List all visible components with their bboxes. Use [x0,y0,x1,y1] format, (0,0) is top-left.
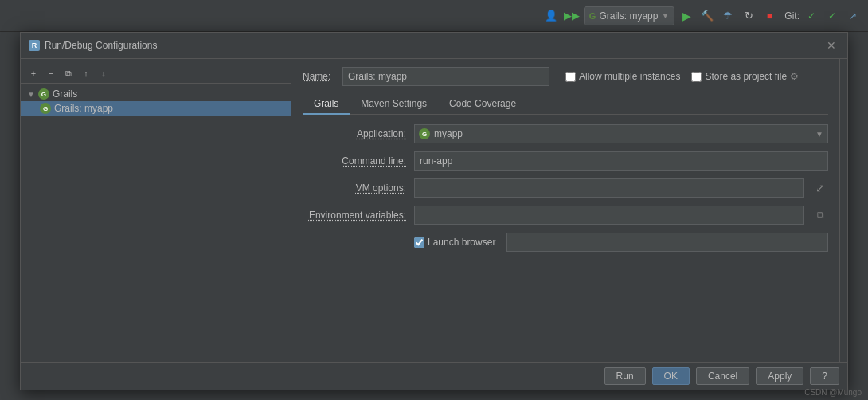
apply-button[interactable]: Apply [756,367,803,385]
git-check2-button[interactable]: ✓ [823,7,841,25]
remove-config-button[interactable]: − [43,65,59,81]
name-row: Name: Allow multiple instances Store as … [303,67,828,86]
stop-button[interactable]: ■ [760,7,778,25]
vm-options-label: VM options: [303,182,406,194]
dialog-title-left: R Run/Debug Configurations [29,40,157,51]
vm-options-input[interactable] [414,178,804,198]
tab-code-coverage[interactable]: Code Coverage [438,94,527,115]
copy-config-button[interactable]: ⧉ [61,65,76,81]
toolbar-right: 👤 ▶▶ G Grails: myapp ▼ ▶ 🔨 ☂ ↻ ■ Git: ✓ … [542,6,862,25]
config-name-label: Grails: myapp [599,10,658,22]
store-project-item: Store as project file ⚙ [691,71,799,82]
cancel-button[interactable]: Cancel [696,367,749,385]
allow-multiple-checkbox[interactable] [565,72,576,82]
name-input[interactable] [342,67,549,86]
right-scrollbar[interactable] [839,59,847,362]
profile-button[interactable]: 👤 [542,7,560,25]
left-panel: + − ⧉ ↑ ↓ ▼ G Grails G Grails: myapp [21,59,291,362]
application-label: Application: [303,128,406,139]
move-up-button[interactable]: ↑ [78,65,94,81]
profile-run-button[interactable]: ↻ [740,7,757,25]
left-toolbar: + − ⧉ ↑ ↓ [21,64,291,84]
env-variables-label: Environment variables: [303,210,406,221]
dialog-title-icon: R [29,40,40,51]
application-select-wrapper: G myapp ▼ [414,124,828,143]
run-config-selector[interactable]: G Grails: myapp ▼ [584,6,675,25]
launch-browser-url-input[interactable] [506,233,828,252]
vm-options-row: VM options: ⤢ [303,178,828,198]
tree-collapse-arrow: ▼ [27,90,35,99]
tree-item-label: Grails: myapp [54,103,113,114]
allow-multiple-item: Allow multiple instances [565,71,680,82]
run-button[interactable]: Run [604,367,646,385]
env-variables-copy-button[interactable]: ⧉ [812,207,828,223]
help-button[interactable]: ? [810,367,839,385]
launch-browser-checkbox[interactable] [414,237,424,248]
dialog-body: + − ⧉ ↑ ↓ ▼ G Grails G Grails: myapp [21,59,847,362]
coverage-button[interactable]: ☂ [719,7,737,25]
dialog-overlay: R Run/Debug Configurations ✕ + − ⧉ ↑ ↓ ▼… [0,24,868,400]
grails-item-icon: G [40,103,51,114]
tab-maven-settings[interactable]: Maven Settings [350,94,438,115]
command-line-label: Command line: [303,155,406,167]
env-variables-row: Environment variables: ⧉ [303,206,828,225]
application-row: Application: G myapp ▼ [303,124,828,143]
dialog-footer: Run OK Cancel Apply ? [21,362,847,390]
name-label: Name: [303,71,334,82]
run-button[interactable]: ▶ [678,7,695,25]
launch-browser-row: Launch browser [303,233,828,252]
right-panel: Name: Allow multiple instances Store as … [291,59,839,362]
dialog-titlebar: R Run/Debug Configurations ✕ [21,33,847,59]
move-down-button[interactable]: ↓ [96,65,111,81]
tab-grails[interactable]: Grails [303,94,350,115]
command-line-row: Command line: [303,151,828,171]
git-label: Git: [784,10,800,22]
git-check-button[interactable]: ✓ [803,7,820,25]
watermark: CSDN @Mungo [804,388,862,397]
tree-group-grails[interactable]: ▼ G Grails [21,87,291,101]
tree-group-label: Grails [53,88,77,100]
store-project-checkbox[interactable] [691,72,702,82]
launch-browser-label: Launch browser [428,237,495,248]
launch-browser-checkbox-item: Launch browser [414,237,495,248]
run-debug-dialog: R Run/Debug Configurations ✕ + − ⧉ ↑ ↓ ▼… [20,32,848,390]
store-project-gear-icon[interactable]: ⚙ [790,71,799,82]
git-push-button[interactable]: ↗ [844,7,862,25]
build-button[interactable]: 🔨 [698,7,716,25]
application-select[interactable]: myapp [414,124,828,143]
add-config-button[interactable]: + [25,65,41,81]
env-variables-input[interactable] [414,206,804,225]
checkbox-group: Allow multiple instances Store as projec… [565,71,799,82]
allow-multiple-label: Allow multiple instances [579,71,680,82]
vm-options-expand-button[interactable]: ⤢ [812,180,828,196]
tabs: Grails Maven Settings Code Coverage [303,94,828,115]
dialog-title-text: Run/Debug Configurations [45,40,157,51]
grails-group-icon: G [38,88,49,100]
store-project-label: Store as project file [705,71,787,82]
tree-item-grails-myapp[interactable]: G Grails: myapp [21,101,291,116]
ok-button[interactable]: OK [652,367,690,385]
dialog-close-button[interactable]: ✕ [823,37,839,53]
command-line-input[interactable] [414,151,828,171]
run-anything-button[interactable]: ▶▶ [563,7,581,25]
